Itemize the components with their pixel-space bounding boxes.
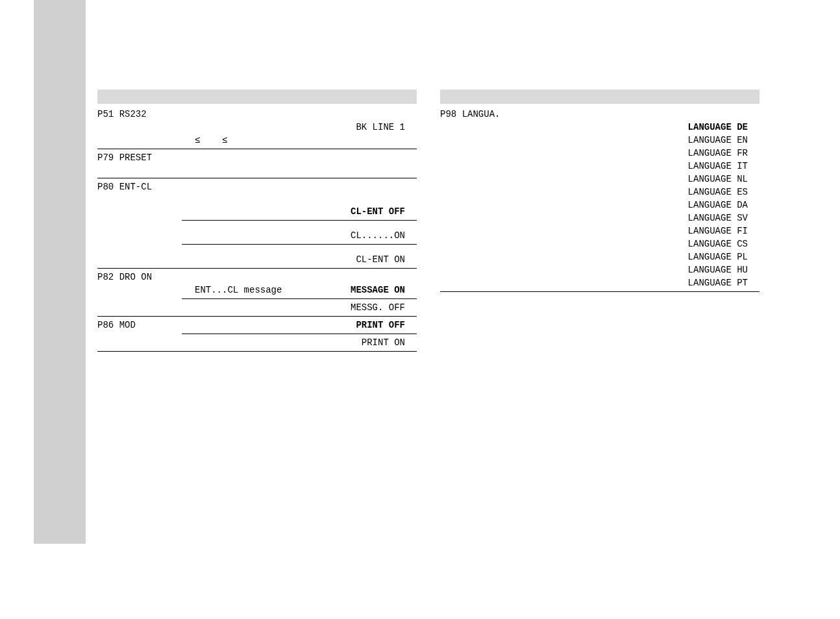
param-code: P80 ENT-CL — [97, 182, 195, 192]
language-list: LANGUAGE DELANGUAGE ENLANGUAGE FRLANGUAG… — [440, 121, 760, 289]
language-option: LANGUAGE PL — [440, 250, 760, 263]
language-option: LANGUAGE EN — [440, 134, 760, 147]
param-value: CL-ENT OFF — [195, 206, 417, 217]
divider — [97, 149, 417, 149]
divider — [182, 334, 417, 334]
divider — [182, 220, 417, 221]
param-p80-row: P80 ENT-CL — [97, 180, 417, 193]
divider — [97, 316, 417, 317]
divider — [97, 351, 417, 352]
language-label: LANGUAGE ES — [440, 187, 760, 197]
language-label: LANGUAGE CS — [440, 239, 760, 249]
param-p80-v2-row: CL......ON — [97, 229, 417, 242]
language-option: LANGUAGE FI — [440, 225, 760, 237]
param-p82-v2-row: MESSG. OFF — [97, 301, 417, 314]
language-label: LANGUAGE DE — [440, 122, 760, 132]
language-option: LANGUAGE NL — [440, 173, 760, 186]
leq-icon: ≤ — [222, 135, 227, 145]
param-p51-row: P51 RS232 — [97, 108, 417, 121]
language-option: LANGUAGE DE — [440, 121, 760, 134]
language-label: LANGUAGE HU — [440, 265, 760, 275]
param-value: CL......ON — [195, 230, 417, 241]
right-column: P98 LANGUA. LANGUAGE DELANGUAGE ENLANGUA… — [440, 90, 760, 354]
language-label: LANGUAGE PT — [440, 278, 760, 288]
language-label: LANGUAGE SV — [440, 213, 760, 223]
range-symbols: ≤ ≤ — [195, 135, 299, 145]
param-p82-row: P82 DRO ON — [97, 271, 417, 284]
param-p79-row: P79 PRESET — [97, 151, 417, 164]
language-label: LANGUAGE PL — [440, 252, 760, 262]
language-label: LANGUAGE FR — [440, 148, 760, 158]
param-p86-row: P86 MOD PRINT OFF — [97, 319, 417, 332]
right-header-bar — [440, 90, 760, 104]
leq-icon: ≤ — [195, 135, 200, 145]
spacer — [97, 247, 417, 253]
language-label: LANGUAGE IT — [440, 161, 760, 171]
param-value: CL-ENT ON — [195, 254, 417, 265]
param-code: P51 RS232 — [97, 109, 195, 119]
divider — [97, 178, 417, 178]
param-p51-value-row: BK LINE 1 — [97, 121, 417, 134]
param-p51-range-row: ≤ ≤ — [97, 134, 417, 147]
language-label: LANGUAGE NL — [440, 174, 760, 184]
param-code: P82 DRO ON — [97, 272, 195, 282]
param-value: PRINT ON — [195, 337, 417, 348]
divider — [440, 291, 760, 292]
language-option: LANGUAGE HU — [440, 263, 760, 276]
param-p98-row: P98 LANGUA. — [440, 108, 760, 121]
language-label: LANGUAGE DA — [440, 200, 760, 210]
param-p80-v1-row: CL-ENT OFF — [97, 205, 417, 218]
param-p86-v2-row: PRINT ON — [97, 336, 417, 349]
language-option: LANGUAGE SV — [440, 212, 760, 225]
left-column: P51 RS232 BK LINE 1 ≤ ≤ P79 PRESET P80 E… — [97, 90, 417, 354]
language-option: LANGUAGE DA — [440, 199, 760, 212]
left-header-bar — [97, 90, 417, 104]
side-margin-bar — [34, 0, 86, 544]
spacer — [97, 223, 417, 229]
language-option: LANGUAGE PT — [440, 276, 760, 289]
param-p80-v3-row: CL-ENT ON — [97, 253, 417, 266]
language-option: LANGUAGE IT — [440, 160, 760, 173]
spacer — [97, 193, 417, 205]
language-label: LANGUAGE EN — [440, 135, 760, 145]
param-code: P86 MOD — [97, 320, 195, 330]
param-desc: ENT...CL message — [195, 285, 299, 295]
spacer — [97, 164, 417, 176]
divider — [182, 244, 417, 245]
param-code: P79 PRESET — [97, 152, 195, 163]
param-value: MESSAGE ON — [299, 285, 417, 295]
divider — [97, 268, 417, 269]
content-area: P51 RS232 BK LINE 1 ≤ ≤ P79 PRESET P80 E… — [97, 90, 760, 354]
param-value: MESSG. OFF — [195, 302, 417, 313]
language-option: LANGUAGE CS — [440, 237, 760, 250]
language-option: LANGUAGE FR — [440, 147, 760, 160]
divider — [182, 298, 417, 299]
language-option: LANGUAGE ES — [440, 186, 760, 199]
param-p82-v1-row: ENT...CL message MESSAGE ON — [97, 284, 417, 297]
param-code: P98 LANGUA. — [440, 109, 537, 119]
language-label: LANGUAGE FI — [440, 226, 760, 236]
param-value: BK LINE 1 — [195, 122, 417, 132]
param-value: PRINT OFF — [195, 320, 417, 330]
